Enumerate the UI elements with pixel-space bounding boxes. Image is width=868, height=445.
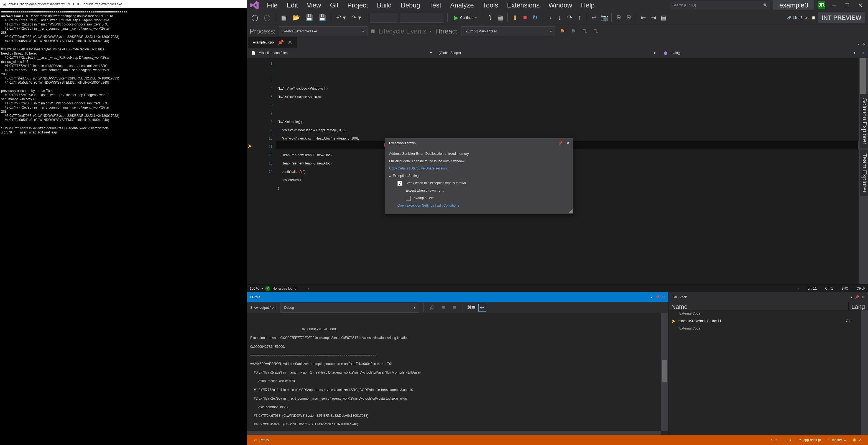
- stackframe-nav-icon[interactable]: ⇅: [581, 27, 589, 35]
- restart-button[interactable]: ↻: [531, 14, 539, 22]
- indent-less-icon[interactable]: ⇤: [640, 14, 647, 22]
- output-scrollbar-v[interactable]: [661, 313, 668, 431]
- continue-button[interactable]: ▶ Continue ▾: [451, 13, 479, 23]
- liveshare-button[interactable]: Live Share: [794, 16, 809, 20]
- user-avatar[interactable]: JR: [817, 1, 825, 9]
- callstack-close-icon[interactable]: ✕: [862, 295, 865, 299]
- callstack-pin-icon[interactable]: 📌: [855, 295, 859, 299]
- save-button[interactable]: 💾: [304, 13, 315, 23]
- step-out-button[interactable]: ↑: [576, 14, 583, 22]
- menu-debug[interactable]: Debug: [396, 0, 425, 11]
- callstack-row[interactable]: [External Code]: [669, 310, 868, 316]
- code-line[interactable]: "kw">#"kw">include <Windows.h>: [278, 84, 859, 93]
- break-checkbox[interactable]: [397, 181, 402, 186]
- step-over-button[interactable]: ↷: [566, 14, 574, 22]
- nav-function-dropdown[interactable]: ⬤ main()▾: [659, 48, 859, 58]
- output-source-dropdown[interactable]: Debug▾: [280, 303, 419, 313]
- output-pin-icon[interactable]: 📌: [655, 295, 659, 299]
- console-output[interactable]: ========================================…: [0, 8, 247, 136]
- flag2-icon[interactable]: ⚑: [570, 27, 578, 35]
- snapshot-icon[interactable]: 📷: [600, 14, 608, 22]
- copy-details-link[interactable]: Copy Details: [389, 166, 408, 170]
- menu-help[interactable]: Help: [577, 0, 599, 11]
- lifecycle-label[interactable]: Lifecycle Events: [378, 27, 426, 35]
- open-button[interactable]: 📂: [291, 13, 302, 23]
- show-next-stmt-button[interactable]: →: [546, 14, 553, 22]
- config-dropdown[interactable]: [370, 13, 397, 23]
- tool2-icon[interactable]: ⎘: [625, 14, 633, 22]
- step-back-button[interactable]: ↩: [590, 14, 598, 22]
- callstack-row[interactable]: [External Code]: [669, 326, 868, 332]
- open-exception-settings-link[interactable]: Open Exception Settings: [397, 204, 434, 207]
- menu-test[interactable]: Test: [425, 0, 446, 11]
- notifications-button[interactable]: 🔔2: [849, 438, 864, 442]
- flag-icon[interactable]: ⚑: [559, 27, 566, 35]
- thread-dropdown[interactable]: [251272] Main Thread▾: [461, 26, 555, 36]
- undo-button[interactable]: ↶ ▾: [335, 13, 347, 23]
- tool1-icon[interactable]: ⎘: [615, 14, 623, 22]
- solution-name[interactable]: example3: [773, 0, 814, 11]
- step-into-button[interactable]: ↓: [556, 14, 563, 22]
- output-close-icon[interactable]: ✕: [662, 295, 665, 299]
- close-tab-icon[interactable]: ✕: [288, 39, 292, 46]
- col-indicator[interactable]: Ch: 1: [825, 286, 833, 290]
- side-tab-solution-explorer[interactable]: Solution Explorer: [860, 94, 868, 149]
- redo-button[interactable]: ↷ ▾: [350, 13, 363, 23]
- nav-back-button[interactable]: ◯: [250, 13, 260, 23]
- tab-dropdown-icon[interactable]: ▾: [858, 42, 860, 46]
- process-dropdown[interactable]: [244600] example3.exe▾: [279, 26, 368, 36]
- repo-indicator[interactable]: ⎇cpp-docs-pr: [794, 438, 824, 442]
- output-scrollbar-h[interactable]: [247, 431, 661, 435]
- callstack-body[interactable]: [External Code]➤example3.exe!main() Line…: [669, 310, 868, 435]
- nav-project-dropdown[interactable]: 📄 Miscellaneous Files▾: [247, 48, 435, 58]
- tab-settings-icon[interactable]: ⚙: [862, 42, 865, 46]
- zoom-level[interactable]: 100 %: [250, 286, 259, 290]
- code-editor[interactable]: ➤ 1234567891011121314 "kw">#"kw">include…: [247, 58, 868, 284]
- output-tool2-icon[interactable]: ≡: [439, 304, 447, 311]
- menu-view[interactable]: View: [302, 0, 326, 11]
- menu-file[interactable]: File: [262, 0, 282, 11]
- output-tool1-icon[interactable]: ⎙: [428, 304, 436, 311]
- breakpoint-margin[interactable]: ➤: [247, 58, 254, 284]
- expand-icon[interactable]: ▴: [389, 174, 391, 178]
- side-tab-team-explorer[interactable]: Team Explorer: [860, 149, 868, 197]
- platform-dropdown[interactable]: [400, 13, 444, 23]
- show-threads-icon[interactable]: ▦: [496, 14, 504, 22]
- branch-indicator[interactable]: ᛘmaster▴: [825, 438, 849, 442]
- output-text[interactable]: 0x00000427B64E0000. Exception thrown at …: [247, 313, 668, 435]
- pin-icon[interactable]: 📌: [278, 39, 284, 45]
- exception-close-icon[interactable]: ✕: [566, 141, 569, 145]
- line-indicator[interactable]: Ln: 11: [808, 286, 817, 290]
- code-line[interactable]: "kw">#"kw">include <stdio.h>: [278, 93, 859, 101]
- callstack-row[interactable]: ➤example3.exe!main() Line 11C++: [669, 316, 868, 326]
- clear-output-icon[interactable]: ✖≡: [467, 304, 475, 311]
- stop-debug-button[interactable]: ■: [521, 14, 529, 22]
- callstack-dropdown-icon[interactable]: ▾: [850, 295, 852, 299]
- callstack-col-lang[interactable]: Lang: [848, 302, 868, 310]
- push-count[interactable]: ↑0: [767, 438, 780, 442]
- code-line[interactable]: [278, 101, 859, 109]
- console-titlebar[interactable]: ▣ c:\MSDN\cpp-docs-pr\docs\sanitizers\SR…: [0, 0, 247, 8]
- wrap-output-icon[interactable]: ↩: [478, 304, 486, 311]
- step-into-current-icon[interactable]: ⤵: [486, 14, 494, 22]
- menu-tools[interactable]: Tools: [478, 0, 503, 11]
- except-module-checkbox[interactable]: [406, 196, 411, 201]
- pull-count[interactable]: ↓13: [780, 438, 794, 442]
- close-button[interactable]: ✕: [855, 1, 865, 9]
- new-item-button[interactable]: ▦: [279, 13, 288, 23]
- edit-conditions-link[interactable]: Edit Conditions: [437, 204, 459, 207]
- exception-pin-icon[interactable]: 📌: [558, 141, 563, 145]
- output-dropdown-icon[interactable]: ▾: [651, 295, 652, 299]
- nav-fwd-button[interactable]: ◯: [262, 13, 272, 23]
- code-line[interactable]: "kw">int main() {: [278, 118, 859, 126]
- resize-grip-icon[interactable]: ◢: [569, 207, 572, 213]
- minimize-button[interactable]: ─: [829, 1, 839, 9]
- maximize-button[interactable]: ☐: [842, 1, 852, 9]
- tab-example3[interactable]: example3.cpp 📌 ✕: [248, 37, 298, 48]
- search-input[interactable]: Search (Ctrl+Q) 🔍: [670, 1, 770, 9]
- comment-icon[interactable]: ▤: [659, 14, 668, 22]
- issues-label[interactable]: No issues found: [272, 286, 296, 290]
- crlf-indicator[interactable]: CRLF: [857, 286, 865, 290]
- output-tool3-icon[interactable]: ≡: [451, 304, 458, 311]
- menu-window[interactable]: Window: [544, 0, 577, 11]
